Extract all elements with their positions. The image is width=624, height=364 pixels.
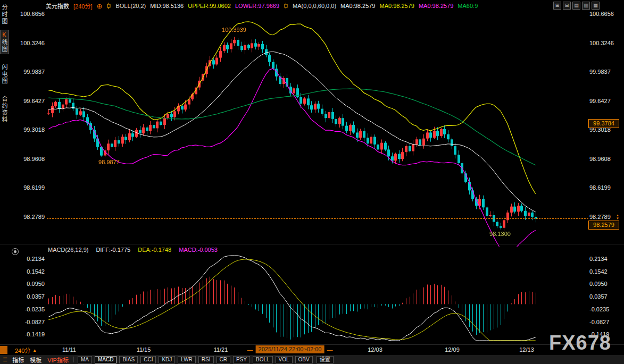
indicator-menu-icon[interactable]: ≣	[3, 356, 7, 363]
price-tick-left: 99.3018	[19, 126, 45, 133]
macd-dea-value: DEA:-0.1748	[138, 247, 171, 253]
macd-tick-left: 0.0357	[19, 293, 45, 300]
indicator-button-bias[interactable]: BIAS	[119, 356, 138, 363]
macd-chart-canvas[interactable]	[47, 254, 537, 342]
indicator-button-ma[interactable]: MA	[78, 356, 92, 363]
indicator-collapse-icon[interactable]	[12, 248, 19, 255]
macd-tick-right: -0.0235	[589, 306, 620, 313]
sidebar-tab-time-chart[interactable]: 分时图	[1, 3, 9, 26]
price-tick-right: 98.6199	[589, 184, 620, 191]
down-arrow-icon[interactable]: ▼	[616, 217, 619, 220]
macd-tick-left: -0.0827	[19, 318, 45, 326]
window-layout-buttons: ⊞⊟▤▥▦	[553, 2, 600, 10]
chart-info-bar: 美元指数 [240分] ⊕ BOLL(20,2) MID:98.5136 UPP…	[46, 0, 478, 12]
fx678-watermark: FX678	[549, 332, 611, 354]
macd-tick-left: -0.0235	[19, 306, 45, 313]
bottom-toolbar: ≣ 指标 模板 VIP指标 MAMACDBIASCCIKDJLWRRSICRPS…	[0, 355, 624, 364]
timeframe-corner-badge[interactable]	[0, 346, 7, 354]
macd-legend: MACD(26,12,9) DIFF:-0.1775 DEA:-0.1748 M…	[48, 247, 218, 253]
ma-params[interactable]: MA(0,0,0,60,0,0)	[293, 3, 336, 9]
price-tick-right: 99.9837	[589, 68, 620, 75]
toolbar-separator	[73, 357, 74, 362]
macd-tick-left: 0.2134	[19, 255, 45, 263]
indicator-button-obv[interactable]: OBV	[295, 356, 313, 363]
indicator-button-lwr[interactable]: LWR	[178, 356, 195, 363]
date-label: 12/09	[445, 346, 460, 353]
indicator-button-psy[interactable]: PSY	[233, 356, 250, 363]
ma60-value: MA60:9	[457, 3, 478, 9]
tab-indicators[interactable]: 指标	[11, 355, 25, 364]
macd-tick-right: 0.2134	[589, 255, 620, 263]
symbol-name: 美元指数	[46, 2, 69, 10]
ma0-value-3: MA0:98.2579	[419, 3, 453, 9]
macd-tick-right: -0.0827	[589, 318, 620, 326]
price-spinner-arrows[interactable]: ▲▼	[616, 214, 619, 220]
price-tick-left: 98.9608	[19, 155, 45, 163]
macd-value: MACD:-0.0053	[179, 247, 218, 253]
price-tick-left: 98.2789	[19, 213, 45, 221]
price-tick-right: 98.9608	[589, 155, 620, 163]
price-tick-left: 98.6199	[19, 184, 45, 191]
axis-divider	[0, 344, 624, 345]
layout-button-1-icon[interactable]: ⊞	[553, 2, 561, 10]
indicator-button-rsi[interactable]: RSI	[198, 356, 214, 363]
ma0-value-1: MA0:98.2579	[340, 3, 375, 9]
indicator-button-kdj[interactable]: KDJ	[159, 356, 175, 363]
settings-button[interactable]: 设置	[317, 356, 334, 363]
date-label: 12/13	[519, 346, 534, 353]
last-price-line	[47, 218, 588, 219]
tab-templates[interactable]: 模板	[29, 355, 43, 364]
timeframe-label: 240分	[15, 346, 30, 354]
ma-candle-icon	[284, 3, 288, 9]
indicator-button-vol[interactable]: VOL	[276, 356, 293, 363]
indicator-button-group: MAMACDBIASCCIKDJLWRRSICRPSYBOLLVOLOBV	[78, 356, 313, 363]
macd-diff-value: DIFF:-0.1775	[96, 247, 130, 253]
price-tick-right: 100.6656	[589, 10, 620, 18]
layout-button-5-icon[interactable]: ▦	[592, 2, 600, 10]
boll-lower-value: LOWER:97.9669	[235, 3, 279, 9]
indicator-button-cci[interactable]: CCI	[140, 356, 156, 363]
layout-button-3-icon[interactable]: ▤	[572, 2, 580, 10]
tab-vip-indicators[interactable]: VIP指标	[46, 355, 70, 364]
price-tick-left: 100.6656	[19, 10, 45, 18]
boll-params[interactable]: BOLL(20,2)	[115, 3, 146, 9]
dip-price-annotation: 98.9877	[98, 159, 120, 165]
indicator-button-cr[interactable]: CR	[217, 356, 230, 363]
sidebar-tab-contract-info[interactable]: 合约资料	[1, 95, 9, 124]
highlight-dash-right: —	[327, 346, 332, 353]
price-tick-right: 99.6427	[589, 97, 620, 105]
sidebar-tab-kline-rest: 线图	[1, 39, 7, 53]
price-tick-left: 100.3246	[19, 39, 45, 47]
date-label: 12/03	[368, 346, 382, 353]
ma0-value-2: MA0:98.2579	[379, 3, 414, 9]
macd-tick-left: 0.0950	[19, 280, 45, 287]
indicator-button-boll[interactable]: BOLL	[253, 356, 273, 363]
date-label: 11/21	[214, 346, 228, 353]
pane-divider[interactable]	[0, 244, 624, 244]
macd-tick-left: 0.1542	[19, 268, 45, 275]
layout-button-4-icon[interactable]: ▥	[582, 2, 590, 10]
price-tick-right: 100.3246	[589, 39, 620, 47]
alert-price-badge[interactable]: 99.3784	[588, 119, 619, 128]
indicator-button-macd[interactable]: MACD	[95, 356, 117, 363]
last-price-badge: 98.2579	[588, 221, 619, 230]
peak-price-annotation: 100.3939	[222, 27, 246, 33]
boll-upper-value: UPPER:99.0602	[188, 3, 231, 9]
date-label: 11/11	[62, 346, 76, 353]
period-label[interactable]: [240分]	[73, 2, 92, 10]
sidebar-tab-kline[interactable]: K线图	[0, 30, 9, 54]
highlight-dash-left: —	[247, 346, 253, 353]
macd-tick-right: 0.0357	[589, 293, 620, 300]
timeframe-selector[interactable]: 240分▲	[15, 346, 37, 354]
boll-candle-icon	[106, 3, 111, 9]
macd-params[interactable]: MACD(26,12,9)	[48, 247, 88, 253]
candlestick-chart-canvas[interactable]	[47, 13, 537, 247]
layout-button-2-icon[interactable]: ⊟	[563, 2, 571, 10]
sidebar-tab-flash-chart[interactable]: 闪电图	[1, 63, 9, 86]
session-range-label: 2025/11/24 22:00~02:00	[256, 345, 325, 353]
date-label: 11/15	[137, 346, 151, 353]
add-indicator-icon[interactable]: ⊕	[96, 2, 102, 10]
macd-tick-right: 0.1542	[589, 268, 620, 275]
macd-tick-left: -0.1419	[19, 331, 45, 338]
trading-app-window: 美元指数 [240分] ⊕ BOLL(20,2) MID:98.5136 UPP…	[0, 0, 624, 364]
